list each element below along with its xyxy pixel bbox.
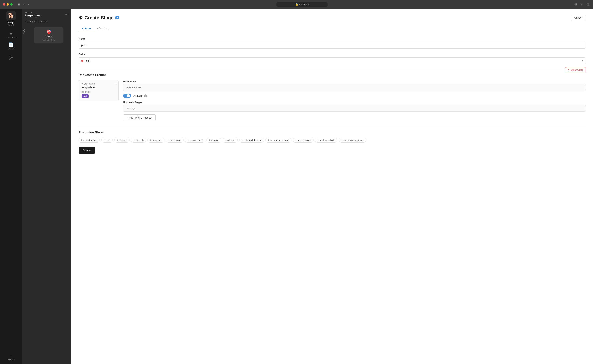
upstream-stages-field: Upstream Stages my-stage <box>123 101 586 111</box>
requested-freight-title: Requested Freight <box>78 73 586 77</box>
browser-right-buttons: ⎙ + ⊡ <box>574 2 590 6</box>
sidebar-item-docs[interactable]: 📄 DOCS <box>0 41 22 52</box>
tab-yaml[interactable]: </> YAML <box>94 25 112 32</box>
color-select[interactable]: Red ▾ <box>78 57 586 64</box>
tab-form[interactable]: ≡ Form <box>78 25 94 32</box>
form-title-icon: ⚙ <box>78 15 83 21</box>
clear-color-button[interactable]: ✕ Clear Color <box>565 67 586 72</box>
freight-request-card: × WAREHOUSE kargo-demo SOURCE uat <box>78 80 119 101</box>
step-tag-plus-icon: + <box>241 139 243 142</box>
direct-info-icon[interactable]: i <box>144 94 147 97</box>
fullscreen-traffic-light[interactable] <box>10 3 13 6</box>
freight-card-icon: 🎯 <box>46 29 51 34</box>
browser-chrome: ⊡ ‹ › 🔒 localhost ⎙ + ⊡ <box>0 0 593 9</box>
step-tag-plus-icon: + <box>188 139 189 142</box>
freight-section: × WAREHOUSE kargo-demo SOURCE uat Wareho… <box>78 80 586 121</box>
sidebar-item-cli[interactable]: ›_ CLI <box>0 52 22 62</box>
address-bar-wrap: 🔒 localhost <box>32 2 572 7</box>
step-tag-plus-icon: + <box>81 139 82 142</box>
form-title: ⚙ Create Stage ■ <box>78 15 119 21</box>
color-dot <box>81 60 84 62</box>
sidebar: 🐕 kargo v1.0.3 ⊞ PROJECTS 📄 DOCS ›_ CLI … <box>0 9 22 364</box>
step-tag-plus-icon: + <box>225 139 227 142</box>
logout-item[interactable]: → Logout <box>8 353 14 362</box>
new-tab-btn[interactable]: + <box>580 2 584 6</box>
step-tag-plus-icon: + <box>268 139 269 142</box>
step-tag[interactable]: +git-open-pr <box>166 138 184 143</box>
step-tag[interactable]: +copy <box>101 138 113 143</box>
panel-menu-btn[interactable]: ⋯ <box>65 12 68 16</box>
step-tag[interactable]: +helm-update-chart <box>239 138 264 143</box>
requested-freight-section: Requested Freight × WAREHOUSE kargo-demo… <box>78 73 586 121</box>
new-label: NEW <box>22 27 26 35</box>
minimize-traffic-light[interactable] <box>7 3 9 6</box>
version-text: v1.0.3 <box>8 24 14 26</box>
freight-card-close-button[interactable]: × <box>115 83 116 85</box>
step-tag-plus-icon: + <box>150 139 151 142</box>
step-tag-plus-icon: + <box>295 139 297 142</box>
sidebar-toggle-btn[interactable]: ⊡ <box>16 2 21 6</box>
content-area: PROJECT kargo-demo ⋯ ⇄ FREIGHT TIMELINE … <box>22 9 593 364</box>
freight-timeline-icon: ⇄ <box>25 20 27 23</box>
step-tag[interactable]: +kustomize-build <box>315 138 337 143</box>
sidebar-right-btn[interactable]: ⊡ <box>586 2 590 6</box>
promotion-steps-title: Promotion Steps <box>78 131 586 134</box>
color-label: Color <box>78 53 586 56</box>
address-text: localhost <box>300 3 309 6</box>
warehouse-field-label: Warehouse <box>123 80 586 83</box>
left-panel: PROJECT kargo-demo ⋯ ⇄ FREIGHT TIMELINE … <box>22 9 71 364</box>
create-button[interactable]: Create <box>78 147 95 154</box>
warehouse-field: Warehouse <box>123 80 586 91</box>
freight-card: 🎯 1.27.2 fantast... tiger <box>34 27 63 43</box>
add-freight-request-button[interactable]: + Add Freight Request <box>123 114 156 121</box>
step-tag-plus-icon: + <box>168 139 170 142</box>
divider-1 <box>78 69 586 69</box>
color-select-wrap: Red ▾ <box>78 57 586 64</box>
freight-card-warehouse-label: WAREHOUSE <box>82 83 116 85</box>
step-tags-container: +argocd-update+copy+git-clone+git-push+g… <box>78 138 586 143</box>
step-tag[interactable]: +helm-update-image <box>266 138 291 143</box>
share-btn[interactable]: ⎙ <box>574 2 578 6</box>
form-title-text: Create Stage <box>85 15 114 21</box>
browser-controls: ⊡ ‹ › <box>16 2 30 6</box>
freight-version: 1.27.2 <box>46 35 52 38</box>
cancel-button[interactable]: Cancel <box>571 15 586 21</box>
clear-color-label: Clear Color <box>571 68 583 71</box>
step-tag[interactable]: +helm-template <box>293 138 314 143</box>
step-tag[interactable]: +git-clear <box>223 138 238 143</box>
freight-card-source-label: SOURCE <box>82 91 116 93</box>
promotion-steps-section: Promotion Steps +argocd-update+copy+git-… <box>78 131 586 143</box>
step-tag[interactable]: +git-commit <box>147 138 164 143</box>
title-badge: ■ <box>115 16 119 19</box>
forward-btn[interactable]: › <box>27 2 30 6</box>
direct-label: DIRECT <box>133 95 142 97</box>
tab-form-label: Form <box>84 27 91 30</box>
sidebar-item-label-docs: DOCS <box>8 47 14 50</box>
name-section: Name <box>78 37 586 49</box>
step-tag[interactable]: +git-clone <box>114 138 130 143</box>
direct-toggle[interactable] <box>123 94 131 98</box>
divider-2 <box>78 126 586 126</box>
sidebar-item-projects[interactable]: ⊞ PROJECTS <box>0 30 22 40</box>
close-traffic-light[interactable] <box>3 3 5 6</box>
step-tag[interactable]: +argocd-update <box>78 138 100 143</box>
step-tag[interactable]: +git-wait-for-pr <box>185 138 205 143</box>
add-freight-label: + Add Freight Request <box>127 116 152 119</box>
step-tag[interactable]: +git-push <box>131 138 146 143</box>
sidebar-item-label-cli: CLI <box>9 58 13 60</box>
step-tag[interactable]: +git-push <box>207 138 221 143</box>
app-name: kargo <box>7 21 14 24</box>
address-bar[interactable]: 🔒 localhost <box>276 2 327 7</box>
name-input[interactable] <box>78 42 586 49</box>
step-tag-plus-icon: + <box>117 139 118 142</box>
project-label: PROJECT <box>25 11 42 13</box>
back-btn[interactable]: ‹ <box>22 2 25 6</box>
upstream-stages-select[interactable]: my-stage <box>123 105 586 111</box>
chevron-down-icon: ▾ <box>582 59 583 62</box>
form-tab-icon: ≡ <box>82 27 83 30</box>
freight-subtitle: fantast... tiger <box>43 39 55 41</box>
freight-left: × WAREHOUSE kargo-demo SOURCE uat <box>78 80 119 121</box>
yaml-tab-icon: </> <box>97 27 101 30</box>
step-tag[interactable]: +kustomize-set-image <box>339 138 366 143</box>
warehouse-input[interactable] <box>123 84 586 91</box>
